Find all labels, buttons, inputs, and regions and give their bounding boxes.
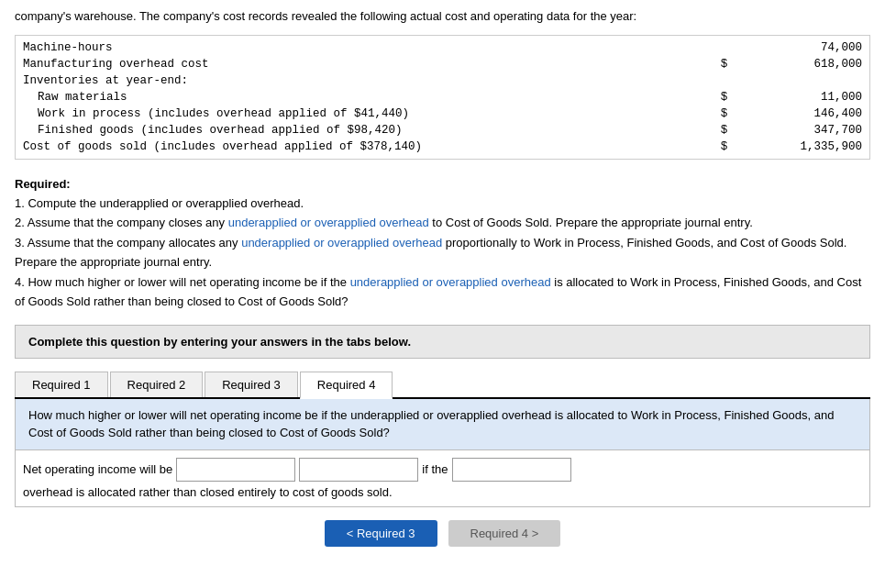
table-cell-value: 1,335,900 xyxy=(735,139,869,160)
table-cell-label: Raw materials xyxy=(16,89,691,105)
table-cell-dollar: $ xyxy=(690,56,735,72)
complete-box-text: Complete this question by entering your … xyxy=(28,335,411,349)
req-3-blue: underapplied or overapplied overhead xyxy=(241,236,442,250)
req-2-blue: underapplied or overapplied overhead xyxy=(228,216,429,229)
req-4-num: 4. xyxy=(15,275,25,289)
table-row: Raw materials$11,000 xyxy=(16,89,870,105)
table-row: Finished goods (includes overhead applie… xyxy=(16,122,870,139)
table-row: Inventories at year-end: xyxy=(16,72,870,89)
req-1: 1. Compute the underapplied or overappli… xyxy=(15,194,870,213)
req-2-rest: to Cost of Goods Sold. Prepare the appro… xyxy=(429,216,753,229)
table-cell-value xyxy=(735,72,869,89)
tab-content: How much higher or lower will net operat… xyxy=(15,399,870,507)
req-1-text: Compute the underapplied or overapplied … xyxy=(28,196,304,210)
req-4: 4. How much higher or lower will net ope… xyxy=(15,272,870,312)
table-cell-label: Manufacturing overhead cost xyxy=(16,56,691,72)
req-4-blue: underapplied or overapplied overhead xyxy=(350,275,551,289)
table-cell-value: 618,000 xyxy=(735,56,869,72)
tab-required-4[interactable]: Required 4 xyxy=(300,372,393,399)
table-cell-dollar xyxy=(690,72,735,89)
intro-text: company's warehouse. The company's cost … xyxy=(15,7,870,26)
table-cell-value: 74,000 xyxy=(735,35,869,56)
question-box: How much higher or lower will net operat… xyxy=(16,399,869,450)
nav-buttons: < Required 3 Required 4 > xyxy=(15,520,870,547)
table-row: Machine-hours74,000 xyxy=(16,35,870,56)
table-row: Cost of goods sold (includes overhead ap… xyxy=(16,139,870,160)
required-section: Required: 1. Compute the underapplied or… xyxy=(15,174,870,312)
table-row: Manufacturing overhead cost$618,000 xyxy=(16,56,870,72)
answer-row: Net operating income will be if the xyxy=(16,450,869,482)
answer-input-3[interactable] xyxy=(452,458,571,482)
complete-box: Complete this question by entering your … xyxy=(15,325,870,359)
answer-suffix-text: overhead is allocated rather than closed… xyxy=(23,485,393,499)
table-cell-dollar: $ xyxy=(690,89,735,105)
table-cell-dollar: $ xyxy=(690,105,735,122)
tab-required-1[interactable]: Required 1 xyxy=(15,372,108,397)
req-1-num: 1. xyxy=(15,196,25,210)
question-text: How much higher or lower will net operat… xyxy=(28,408,834,440)
answer-input-2[interactable] xyxy=(299,458,418,482)
table-cell-dollar xyxy=(690,35,735,56)
answer-suffix-row: overhead is allocated rather than closed… xyxy=(16,482,869,506)
table-cell-dollar: $ xyxy=(690,122,735,139)
table-cell-label: Finished goods (includes overhead applie… xyxy=(16,122,691,139)
table-cell-label: Inventories at year-end: xyxy=(16,72,691,89)
tab-required-3[interactable]: Required 3 xyxy=(205,372,298,397)
req-3-num: 3. xyxy=(15,236,25,250)
prev-button[interactable]: < Required 3 xyxy=(325,520,437,547)
req-2-num: 2. xyxy=(15,216,25,229)
data-table: Machine-hours74,000Manufacturing overhea… xyxy=(15,35,870,160)
table-cell-label: Machine-hours xyxy=(16,35,691,56)
next-button[interactable]: Required 4 > xyxy=(448,520,561,547)
if-the-label: if the xyxy=(422,462,448,476)
tab-required-2[interactable]: Required 2 xyxy=(110,372,204,397)
req-2-text: Assume that the company closes any xyxy=(28,216,228,229)
req-4-text: How much higher or lower will net operat… xyxy=(28,275,349,289)
table-cell-value: 146,400 xyxy=(735,105,869,122)
table-cell-value: 347,700 xyxy=(735,122,869,139)
answer-input-1[interactable] xyxy=(176,458,295,482)
table-cell-label: Cost of goods sold (includes overhead ap… xyxy=(16,139,691,160)
req-3: 3. Assume that the company allocates any… xyxy=(15,233,870,272)
table-row: Work in process (includes overhead appli… xyxy=(16,105,870,122)
answer-prefix-label: Net operating income will be xyxy=(23,462,172,476)
table-cell-dollar: $ xyxy=(690,139,735,160)
required-heading: Required: xyxy=(15,177,71,191)
page-container: company's warehouse. The company's cost … xyxy=(0,0,885,561)
table-cell-label: Work in process (includes overhead appli… xyxy=(16,105,691,122)
req-2: 2. Assume that the company closes any un… xyxy=(15,213,870,232)
table-cell-value: 11,000 xyxy=(735,89,869,105)
req-3-text: Assume that the company allocates any xyxy=(28,236,241,250)
tabs-row: Required 1Required 2Required 3Required 4 xyxy=(15,372,870,399)
